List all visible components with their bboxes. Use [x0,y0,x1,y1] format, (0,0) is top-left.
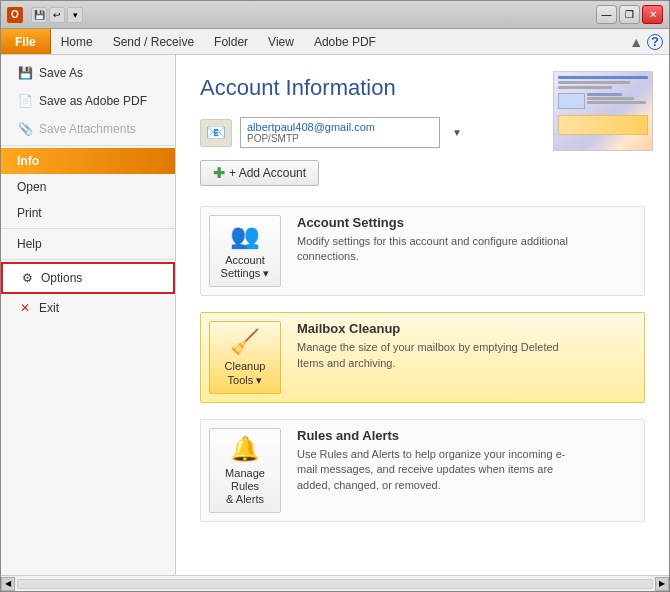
account-settings-icon: 👥 [230,222,260,250]
cleanup-tools-title: Mailbox Cleanup [297,321,577,336]
manage-rules-btn-label: Manage Rules& Alerts [214,467,276,507]
rules-alerts-title: Rules and Alerts [297,428,577,443]
add-account-button[interactable]: ✚ + Add Account [200,160,319,186]
add-account-label: + Add Account [229,166,306,180]
scroll-right-button[interactable]: ▶ [655,577,669,591]
account-icon: 📧 [200,119,232,147]
sidebar-divider-2 [1,228,175,229]
sidebar-item-info[interactable]: Info [1,148,175,174]
rules-alerts-section: 🔔 Manage Rules& Alerts Rules and Alerts … [200,419,645,523]
account-settings-btn-label: AccountSettings ▾ [221,254,270,280]
thumb-line-2 [558,81,630,84]
bottom-scrollbar: ◀ ▶ [1,575,669,591]
menu-folder[interactable]: Folder [204,31,258,53]
dropdown-btn[interactable]: ▾ [67,7,83,23]
attachments-icon: 📎 [17,121,33,137]
title-bar-left: O 💾 ↩ ▾ [7,7,83,23]
sidebar-item-exit[interactable]: ✕ Exit [1,294,175,322]
options-icon: ⚙ [19,270,35,286]
minimize-button[interactable]: — [596,5,617,24]
preview-thumbnail [553,71,653,151]
scrollbar-track[interactable] [17,579,653,589]
undo-btn[interactable]: ↩ [49,7,65,23]
window-controls: — ❐ ✕ [596,5,663,24]
menu-adobe-pdf[interactable]: Adobe PDF [304,31,386,53]
account-type: POP/SMTP [247,133,433,144]
title-bar: O 💾 ↩ ▾ — ❐ ✕ [1,1,669,29]
thumb-line-1 [558,76,648,79]
sidebar-item-help[interactable]: Help [1,231,175,257]
thumb-line-3 [558,86,612,89]
account-settings-desc: Account Settings Modify settings for thi… [297,215,577,265]
sidebar-item-print[interactable]: Print [1,200,175,226]
add-icon: ✚ [213,165,225,181]
account-dropdown[interactable]: albertpaul408@gmail.com POP/SMTP [240,117,440,148]
cleanup-tools-button[interactable]: 🧹 CleanupTools ▾ [209,321,281,393]
save-quick-btn[interactable]: 💾 [31,7,47,23]
menu-bar: File Home Send / Receive Folder View Ado… [1,29,669,55]
exit-icon: ✕ [17,300,33,316]
sidebar-item-save-adobe[interactable]: 📄 Save as Adobe PDF [1,87,175,115]
ribbon-expand-icon[interactable]: ▲ [629,34,643,50]
thumbnail-inner [554,72,652,150]
cleanup-tools-desc: Mailbox Cleanup Manage the size of your … [297,321,577,371]
outlook-icon: O [7,7,23,23]
main-window: O 💾 ↩ ▾ — ❐ ✕ File Home Send / Receive F… [0,0,670,592]
cleanup-btn-label: CleanupTools ▾ [225,360,266,386]
sidebar-item-save-attachments[interactable]: 📎 Save Attachments [1,115,175,143]
account-settings-button[interactable]: 👥 AccountSettings ▾ [209,215,281,287]
menu-view[interactable]: View [258,31,304,53]
save-as-icon: 💾 [17,65,33,81]
manage-rules-button[interactable]: 🔔 Manage Rules& Alerts [209,428,281,514]
cleanup-tools-description: Manage the size of your mailbox by empty… [297,340,577,371]
cleanup-icon: 🧹 [230,328,260,356]
sidebar-item-save-as[interactable]: 💾 Save As [1,59,175,87]
account-settings-title: Account Settings [297,215,577,230]
rules-icon: 🔔 [230,435,260,463]
maximize-button[interactable]: ❐ [619,5,640,24]
sidebar-divider-1 [1,145,175,146]
menu-send-receive[interactable]: Send / Receive [103,31,204,53]
sidebar-item-options[interactable]: ⚙ Options [1,262,175,294]
scroll-left-button[interactable]: ◀ [1,577,15,591]
sidebar: 💾 Save As 📄 Save as Adobe PDF 📎 Save Att… [1,55,176,575]
sidebar-divider-3 [1,259,175,260]
rules-alerts-description: Use Rules and Alerts to help organize yo… [297,447,577,493]
close-button[interactable]: ✕ [642,5,663,24]
help-icon[interactable]: ? [647,34,663,50]
menu-right-controls: ▲ ? [629,34,669,50]
sidebar-item-open[interactable]: Open [1,174,175,200]
rules-alerts-desc: Rules and Alerts Use Rules and Alerts to… [297,428,577,493]
adobe-icon: 📄 [17,93,33,109]
quick-access-toolbar: 💾 ↩ ▾ [31,7,83,23]
account-settings-section: 👥 AccountSettings ▾ Account Settings Mod… [200,206,645,296]
dropdown-arrow-icon[interactable]: ▼ [452,127,462,138]
cleanup-tools-section: 🧹 CleanupTools ▾ Mailbox Cleanup Manage … [200,312,645,402]
menu-home[interactable]: Home [51,31,103,53]
content-area: Account Information 📧 albertpaul408@gmai… [176,55,669,575]
account-email: albertpaul408@gmail.com [247,121,433,133]
account-settings-description: Modify settings for this account and con… [297,234,577,265]
menu-file[interactable]: File [1,29,51,54]
main-area: 💾 Save As 📄 Save as Adobe PDF 📎 Save Att… [1,55,669,575]
